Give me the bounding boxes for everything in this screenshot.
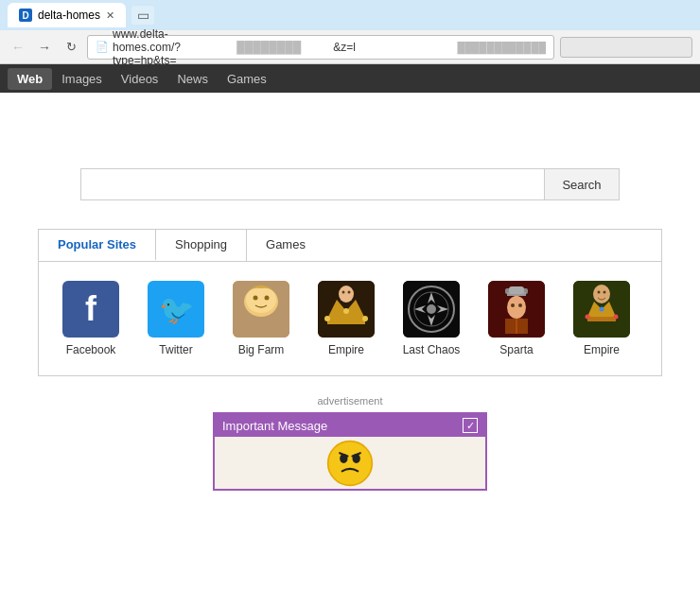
site-item-empire2[interactable]: Empire <box>569 281 635 356</box>
svg-point-9 <box>343 308 349 314</box>
address-bar[interactable]: 📄 www.delta-homes.com/?type=hp&ts= █████… <box>87 35 554 60</box>
svg-point-33 <box>614 315 619 320</box>
address-lock-icon: 📄 <box>96 41 109 53</box>
refresh-button[interactable]: ↻ <box>61 37 81 58</box>
empire-icon <box>318 281 375 338</box>
browser-search-bar[interactable] <box>560 37 692 58</box>
title-bar: D delta-homes ✕ ▭ <box>0 0 700 30</box>
ad-box[interactable]: Important Message ✓ <box>213 412 487 491</box>
svg-point-25 <box>518 303 522 307</box>
site-item-twitter[interactable]: 🐦 Twitter <box>143 281 209 356</box>
ad-label: advertisement <box>38 395 662 407</box>
back-button[interactable]: ← <box>8 37 28 58</box>
lastchaos-svg <box>403 281 460 338</box>
svg-point-2 <box>246 286 276 313</box>
tabs-container: Popular Sites Shopping Games f Facebook … <box>38 229 662 376</box>
site-label-empire: Empire <box>328 343 364 356</box>
ad-section: advertisement Important Message ✓ <box>38 395 662 491</box>
site-label-bigfarm: Big Farm <box>238 343 285 356</box>
svg-point-37 <box>328 441 373 485</box>
nav-bar: ← → ↻ 📄 www.delta-homes.com/?type=hp&ts=… <box>0 30 700 64</box>
svg-point-31 <box>586 315 590 320</box>
ad-header: Important Message ✓ <box>215 414 485 437</box>
browser-tab[interactable]: D delta-homes ✕ <box>8 3 126 27</box>
bigfarm-svg <box>233 281 289 338</box>
empire-svg <box>318 281 375 338</box>
tab-favicon: D <box>19 9 32 22</box>
bigfarm-icon <box>233 281 289 338</box>
svg-rect-21 <box>509 286 524 294</box>
empire2-svg <box>573 281 630 338</box>
svg-point-24 <box>511 303 515 307</box>
ad-angry-face-icon <box>326 440 374 487</box>
tab-games[interactable]: Games <box>247 230 324 261</box>
tab-title: delta-homes <box>38 9 100 22</box>
site-label-facebook: Facebook <box>66 343 116 356</box>
lastchaos-icon <box>403 281 460 338</box>
svg-point-13 <box>348 291 351 294</box>
address-url-obscured: ████████ <box>236 41 329 54</box>
site-item-empire[interactable]: Empire <box>313 281 379 356</box>
twitter-icon: 🐦 <box>148 281 204 338</box>
svg-point-17 <box>427 304 436 314</box>
site-label-empire2: Empire <box>584 343 620 356</box>
new-tab-button[interactable]: ▭ <box>131 6 154 25</box>
svg-point-12 <box>342 291 345 294</box>
nav-item-news[interactable]: News <box>167 68 218 90</box>
site-label-lastchaos: Last Chaos <box>403 343 461 356</box>
tab-close-button[interactable]: ✕ <box>106 9 114 22</box>
search-input[interactable] <box>80 168 544 200</box>
sparta-icon <box>488 281 545 338</box>
search-button[interactable]: Search <box>544 168 619 200</box>
tabs-header: Popular Sites Shopping Games <box>38 229 662 261</box>
site-item-sparta[interactable]: Sparta <box>483 281 550 356</box>
ad-header-text: Important Message <box>222 419 327 433</box>
ad-content <box>215 437 485 489</box>
site-nav: Web Images Videos News Games <box>0 64 700 93</box>
tab-popular-sites[interactable]: Popular Sites <box>39 230 156 261</box>
svg-point-11 <box>339 286 354 303</box>
site-label-twitter: Twitter <box>159 343 192 356</box>
svg-point-34 <box>593 285 610 303</box>
svg-point-23 <box>507 296 526 319</box>
search-area: Search <box>80 168 619 200</box>
facebook-icon: f <box>62 281 119 338</box>
svg-point-8 <box>324 316 330 321</box>
address-url-suffix: &z=l <box>333 41 453 54</box>
nav-item-web[interactable]: Web <box>8 68 52 90</box>
svg-rect-30 <box>587 317 616 321</box>
sites-grid: f Facebook 🐦 Twitter <box>58 281 642 356</box>
site-item-bigfarm[interactable]: Big Farm <box>228 281 294 356</box>
address-url: www.delta-homes.com/?type=hp&ts= <box>113 27 233 67</box>
ad-close-button[interactable]: ✓ <box>463 418 478 433</box>
forward-button[interactable]: → <box>34 37 55 58</box>
empire2-icon <box>573 281 630 338</box>
svg-point-3 <box>254 296 258 301</box>
site-label-sparta: Sparta <box>499 343 533 356</box>
address-bar-obscured-end: ████████████ <box>457 42 546 53</box>
svg-point-36 <box>604 291 606 294</box>
main-content: Search Popular Sites Shopping Games f Fa… <box>0 93 700 565</box>
tabs-body: f Facebook 🐦 Twitter <box>38 261 662 376</box>
site-item-facebook[interactable]: f Facebook <box>58 281 124 356</box>
sparta-svg <box>488 281 545 338</box>
nav-item-games[interactable]: Games <box>218 68 276 90</box>
svg-point-4 <box>265 296 270 301</box>
nav-item-videos[interactable]: Videos <box>112 68 168 90</box>
svg-rect-7 <box>327 319 365 324</box>
nav-item-images[interactable]: Images <box>52 68 112 90</box>
svg-point-32 <box>600 307 604 312</box>
site-item-lastchaos[interactable]: Last Chaos <box>398 281 464 356</box>
tab-shopping[interactable]: Shopping <box>156 230 247 261</box>
svg-point-35 <box>598 291 601 294</box>
svg-point-10 <box>362 316 368 321</box>
